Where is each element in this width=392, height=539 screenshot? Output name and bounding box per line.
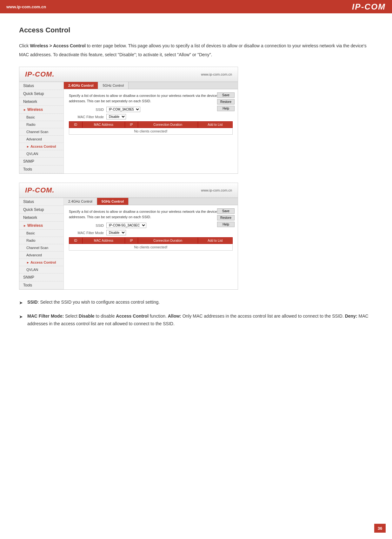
filter-mode-row-1: MAC Filter Mode Disable Allow Deny: [69, 114, 233, 119]
col-mac-2: MAC Address: [82, 238, 125, 244]
sidebar-item-quicksetup-1[interactable]: Quick Setup: [19, 90, 63, 98]
sidebar-item-channelscan-1[interactable]: Channel Scan: [19, 128, 63, 136]
clients-table-1: ID MAC Address IP Connection Duration Ad…: [69, 121, 233, 135]
mac-term: MAC Filter Mode:: [27, 313, 64, 319]
bullet-ssid: ➤ SSID: Select the SSID you wish to conf…: [19, 299, 373, 307]
sidebar-item-status-2[interactable]: Status: [19, 198, 63, 206]
sidebar-item-basic-1[interactable]: Basic: [19, 114, 63, 121]
router-body-2: Status Quick Setup Network ►Wireless Bas…: [19, 198, 238, 289]
filter-mode-select-2[interactable]: Disable Allow Deny: [106, 230, 126, 235]
top-bar-url: www.ip-com.com.cn: [6, 4, 46, 9]
top-bar: www.ip-com.com.cn IP-COM: [0, 0, 392, 13]
sidebar-1: Status Quick Setup Network ►Wireless Bas…: [19, 82, 64, 173]
ssid-term: SSID: [27, 300, 38, 305]
save-button-2[interactable]: Save: [217, 208, 235, 214]
router-logo-2: IP-COM.: [25, 186, 55, 194]
sidebar-item-network-2[interactable]: Network: [19, 214, 63, 222]
col-add-2: Add to List: [198, 238, 232, 244]
sidebar-item-accesscontrol-2[interactable]: ►Access Control: [19, 259, 63, 266]
page-description: Click Wireless > Access Control to enter…: [19, 41, 373, 59]
save-button-1[interactable]: Save: [217, 92, 235, 98]
ssid-label-1: SSID: [69, 108, 104, 111]
bullet-section: ➤ SSID: Select the SSID you wish to conf…: [19, 299, 373, 327]
router-url-1: www.ip-com.com.cn: [201, 72, 232, 76]
filter-mode-select-1[interactable]: Disable Allow Deny: [106, 114, 126, 119]
ssid-select-2[interactable]: IP-COM-5G_3AC6EC: [106, 223, 146, 228]
tab-bar-1: 2.4GHz Control 5GHz Control: [64, 82, 238, 89]
panel-desc-2: Specify a list of devices to allow or di…: [69, 209, 233, 219]
page-number: 36: [374, 524, 386, 533]
ssid-row-2: SSID IP-COM-5G_3AC6EC: [69, 223, 233, 228]
deny-term: Deny:: [345, 313, 357, 319]
ssid-row-1: SSID IP-COM_3AC8E5: [69, 107, 233, 112]
disable-term: Disable: [79, 313, 95, 319]
col-duration-1: Connection Duration: [138, 122, 198, 128]
sidebar-item-accesscontrol-1[interactable]: ►Access Control: [19, 143, 63, 150]
ssid-select-1[interactable]: IP-COM_3AC8E5: [106, 107, 140, 112]
router-url-2: www.ip-com.com.cn: [201, 188, 232, 192]
tab-5ghz-1[interactable]: 5GHz Control: [98, 82, 129, 89]
sidebar-item-qvlan-2[interactable]: QVLAN: [19, 266, 63, 273]
sidebar-item-quicksetup-2[interactable]: Quick Setup: [19, 206, 63, 214]
filter-mode-label-2: MAC Filter Mode: [69, 231, 104, 235]
tab-24ghz-1[interactable]: 2.4GHz Control: [64, 82, 98, 89]
panel-content-1: Save Restore Help Specify a list of devi…: [64, 89, 238, 138]
col-ip-1: IP: [125, 122, 138, 128]
col-ip-2: IP: [125, 238, 138, 244]
help-button-1[interactable]: Help: [217, 106, 235, 111]
sidebar-item-snmp-2[interactable]: SNMP: [19, 273, 63, 281]
sidebar-item-network-1[interactable]: Network: [19, 98, 63, 106]
sidebar-item-status-1[interactable]: Status: [19, 82, 63, 90]
bullet-ssid-text: SSID: Select the SSID you wish to config…: [27, 299, 160, 307]
help-button-2[interactable]: Help: [217, 222, 235, 227]
sidebar-item-radio-1[interactable]: Radio: [19, 121, 63, 128]
desc-bold-1: Wireless > Access Control: [30, 43, 86, 48]
col-id-2: ID: [69, 238, 83, 244]
panel-desc-1: Specify a list of devices to allow or di…: [69, 93, 233, 104]
clients-table-2: ID MAC Address IP Connection Duration Ad…: [69, 237, 233, 251]
action-buttons-1: Save Restore Help: [217, 92, 235, 111]
col-mac-1: MAC Address: [82, 122, 125, 128]
ssid-label-2: SSID: [69, 224, 104, 227]
no-clients-2: No clients connected!: [69, 244, 233, 251]
filter-mode-label-1: MAC Filter Mode: [69, 115, 104, 119]
router-body-1: Status Quick Setup Network ►Wireless Bas…: [19, 82, 238, 173]
sidebar-item-advanced-1[interactable]: Advanced: [19, 136, 63, 143]
page-title: Access Control: [19, 26, 373, 34]
router-header-2: IP-COM. www.ip-com.com.cn: [19, 183, 238, 198]
col-id-1: ID: [69, 122, 83, 128]
sidebar-item-qvlan-1[interactable]: QVLAN: [19, 150, 63, 158]
no-clients-1: No clients connected!: [69, 128, 233, 135]
top-bar-logo: IP-COM: [352, 2, 386, 12]
main-panel-1: 2.4GHz Control 5GHz Control Save Restore…: [64, 82, 238, 173]
restore-button-2[interactable]: Restore: [217, 215, 235, 220]
filter-mode-row-2: MAC Filter Mode Disable Allow Deny: [69, 230, 233, 235]
sidebar-item-tools-1[interactable]: Tools: [19, 165, 63, 173]
sidebar-item-basic-2[interactable]: Basic: [19, 230, 63, 237]
bullet-arrow-ssid: ➤: [19, 299, 23, 307]
tab-5ghz-2[interactable]: 5GHz Control: [97, 198, 129, 205]
router-header-1: IP-COM. www.ip-com.com.cn: [19, 67, 238, 82]
router-screenshot-2: IP-COM. www.ip-com.com.cn Status Quick S…: [19, 183, 238, 290]
bullet-mac-text: MAC Filter Mode: Select Disable to disab…: [27, 313, 373, 328]
router-logo-1: IP-COM.: [25, 70, 55, 78]
sidebar-item-snmp-1[interactable]: SNMP: [19, 158, 63, 165]
main-content: Access Control Click Wireless > Access C…: [0, 13, 392, 346]
col-duration-2: Connection Duration: [138, 238, 198, 244]
main-panel-2: 2.4GHz Control 5GHz Control Save Restore…: [64, 198, 238, 289]
sidebar-item-advanced-2[interactable]: Advanced: [19, 252, 63, 259]
restore-button-1[interactable]: Restore: [217, 99, 235, 104]
tab-bar-2: 2.4GHz Control 5GHz Control: [64, 198, 238, 205]
sidebar-item-wireless-2[interactable]: ►Wireless: [19, 222, 63, 230]
sidebar-item-channelscan-2[interactable]: Channel Scan: [19, 244, 63, 252]
col-add-1: Add to List: [198, 122, 232, 128]
panel-content-2: Save Restore Help Specify a list of devi…: [64, 205, 238, 254]
bullet-arrow-mac: ➤: [19, 313, 23, 328]
action-buttons-2: Save Restore Help: [217, 208, 235, 227]
sidebar-2: Status Quick Setup Network ►Wireless Bas…: [19, 198, 64, 289]
tab-24ghz-2[interactable]: 2.4GHz Control: [64, 198, 97, 205]
sidebar-item-wireless-1[interactable]: ►Wireless: [19, 106, 63, 114]
access-control-term: Access Control: [116, 313, 149, 319]
sidebar-item-tools-2[interactable]: Tools: [19, 281, 63, 289]
sidebar-item-radio-2[interactable]: Radio: [19, 237, 63, 244]
